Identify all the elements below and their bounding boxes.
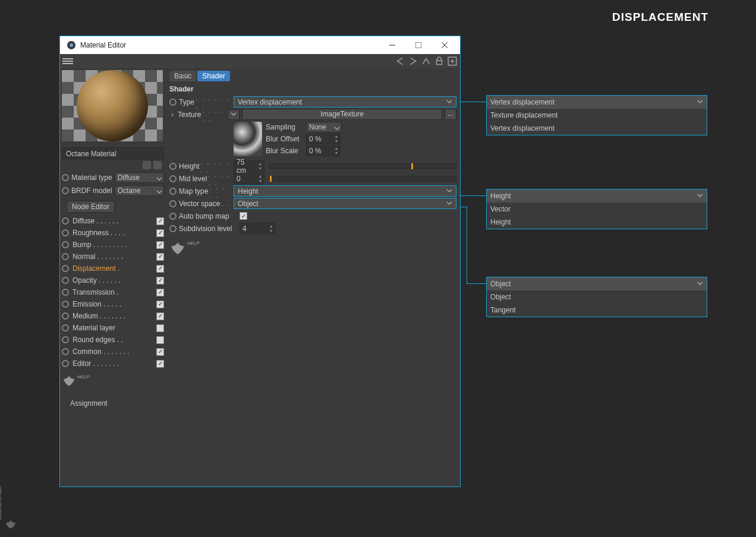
preview-sphere — [77, 70, 148, 141]
channel-row[interactable]: Editor . . . . . . . — [62, 358, 164, 369]
blur-offset-input[interactable]: 0 %▲▼ — [306, 134, 341, 144]
channel-row[interactable]: Normal . . . . . . . — [62, 251, 164, 263]
browse-button[interactable]: ... — [445, 109, 456, 120]
vector-space-select[interactable]: Object — [234, 198, 456, 209]
texture-thumbnail[interactable] — [234, 122, 262, 156]
map-type-label: Map type — [179, 187, 208, 195]
channel-label: Normal . . . . . . . — [73, 252, 153, 261]
radio-icon[interactable] — [169, 225, 177, 232]
dropdown-header[interactable]: Height — [487, 189, 707, 203]
radio-icon[interactable] — [62, 336, 69, 343]
auto-bump-checkbox[interactable] — [240, 212, 247, 220]
channel-row[interactable]: Bump . . . . . . . . . — [62, 239, 164, 251]
texture-dropdown-icon[interactable] — [228, 109, 240, 120]
blur-scale-input[interactable]: 0 %▲▼ — [306, 146, 341, 156]
radio-icon[interactable] — [62, 301, 69, 308]
mid-slider[interactable] — [269, 176, 456, 182]
channel-checkbox[interactable] — [156, 324, 164, 332]
material-name-field[interactable]: Octane Material — [62, 147, 164, 159]
channel-row[interactable]: Round edges . . — [62, 334, 164, 346]
radio-icon[interactable] — [169, 163, 177, 170]
back-arrow-icon[interactable] — [395, 56, 405, 67]
dropdown-header[interactable]: Vertex displacement — [487, 96, 707, 109]
channel-row[interactable]: Transmission . — [62, 286, 164, 298]
radio-icon[interactable] — [62, 229, 69, 236]
channel-checkbox[interactable] — [156, 312, 164, 320]
node-editor-button[interactable]: Node Editor — [67, 201, 115, 213]
dropdown-item[interactable]: Vertex displacement — [487, 122, 707, 135]
map-type-select[interactable]: Height — [234, 185, 456, 197]
channel-row[interactable]: Emission . . . . . — [62, 298, 164, 310]
channel-checkbox[interactable] — [156, 217, 164, 225]
radio-icon[interactable] — [62, 241, 69, 248]
channel-checkbox[interactable] — [156, 277, 164, 285]
assignment-label[interactable]: Assignment — [62, 399, 164, 408]
window-titlebar[interactable]: Material Editor — [60, 36, 460, 54]
channel-checkbox[interactable] — [156, 301, 164, 308]
image-texture-button[interactable]: ImageTexture — [242, 109, 442, 120]
dropdown-item[interactable]: Texture displacement — [487, 109, 707, 122]
lock-icon[interactable] — [434, 56, 445, 67]
height-input[interactable]: 75 cm▲▼ — [234, 160, 264, 172]
channel-row[interactable]: Roughness . . . . — [62, 227, 164, 239]
material-preview[interactable] — [62, 70, 163, 141]
minimize-button[interactable] — [379, 36, 405, 54]
channel-row[interactable]: Diffuse . . . . . . — [62, 215, 164, 227]
channel-checkbox[interactable] — [156, 289, 164, 296]
radio-icon[interactable] — [62, 324, 69, 331]
radio-icon[interactable] — [169, 200, 177, 207]
channel-checkbox[interactable] — [156, 360, 164, 368]
material-type-select[interactable]: Diffuse — [115, 172, 164, 183]
radio-icon[interactable] — [169, 213, 177, 220]
brdf-select[interactable]: Octane — [115, 185, 164, 196]
channel-checkbox[interactable] — [156, 253, 164, 261]
radio-icon[interactable] — [169, 175, 177, 182]
channel-checkbox[interactable] — [156, 348, 164, 356]
close-button[interactable] — [431, 36, 458, 54]
channel-checkbox[interactable] — [156, 229, 164, 237]
up-arrow-icon[interactable] — [421, 56, 431, 67]
radio-icon[interactable] — [169, 188, 177, 195]
radio-icon[interactable] — [62, 289, 69, 296]
help-icon[interactable]: HELP — [62, 374, 164, 388]
new-window-icon[interactable] — [447, 56, 458, 67]
connector-line — [467, 283, 486, 284]
channel-checkbox[interactable] — [156, 241, 164, 249]
tab-basic[interactable]: Basic — [169, 71, 196, 81]
sampling-select[interactable]: None — [306, 122, 342, 132]
mid-input[interactable]: 0▲▼ — [234, 173, 264, 184]
preset-left-icon[interactable] — [143, 161, 151, 169]
forward-arrow-icon[interactable] — [408, 56, 418, 67]
channel-row[interactable]: Common . . . . . . . — [62, 346, 164, 358]
maximize-button[interactable] — [405, 36, 431, 54]
radio-icon[interactable] — [62, 253, 69, 260]
radio-icon[interactable] — [62, 265, 69, 272]
radio-icon[interactable] — [62, 174, 69, 181]
hamburger-menu-icon[interactable] — [62, 57, 73, 65]
channel-row[interactable]: Medium . . . . . . . — [62, 310, 164, 322]
tab-shader[interactable]: Shader — [197, 71, 230, 81]
dropdown-item[interactable]: Object — [487, 290, 707, 304]
height-slider[interactable] — [269, 163, 456, 169]
type-select[interactable]: Vertex displacement — [234, 96, 456, 108]
help-icon[interactable]: HELP — [169, 241, 456, 257]
channel-checkbox[interactable] — [156, 265, 164, 273]
radio-icon[interactable] — [62, 277, 69, 284]
expand-caret-icon[interactable]: › — [169, 110, 175, 119]
channel-row[interactable]: Material layer — [62, 322, 164, 334]
radio-icon[interactable] — [62, 360, 69, 367]
preset-right-icon[interactable] — [153, 161, 162, 169]
dropdown-item[interactable]: Tangent — [487, 304, 707, 317]
radio-icon[interactable] — [62, 348, 69, 355]
radio-icon[interactable] — [169, 99, 177, 106]
radio-icon[interactable] — [62, 217, 69, 225]
subdiv-input[interactable]: 4▲▼ — [240, 223, 275, 234]
radio-icon[interactable] — [62, 187, 69, 194]
channel-row[interactable]: Opacity . . . . . . — [62, 274, 164, 286]
channel-checkbox[interactable] — [156, 336, 164, 344]
radio-icon[interactable] — [62, 312, 69, 320]
channel-row[interactable]: Displacement . — [62, 263, 164, 274]
dropdown-item[interactable]: Height — [487, 216, 707, 229]
dropdown-header[interactable]: Object — [487, 277, 707, 290]
dropdown-item[interactable]: Vector — [487, 203, 707, 216]
